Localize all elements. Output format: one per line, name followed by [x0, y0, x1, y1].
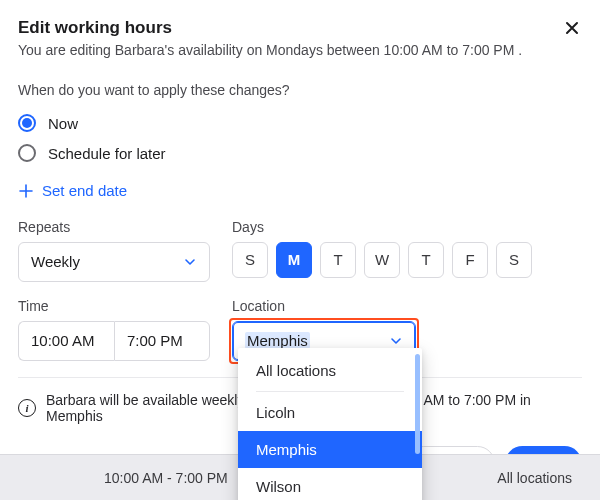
chevron-down-icon	[183, 255, 197, 269]
day-button-tue[interactable]: T	[320, 242, 356, 278]
day-button-thu[interactable]: T	[408, 242, 444, 278]
chevron-down-icon	[389, 334, 403, 348]
footer-location: All locations	[497, 470, 572, 486]
location-label: Location	[232, 298, 582, 314]
page-subtitle: You are editing Barbara's availability o…	[18, 42, 522, 58]
location-option-lincoln[interactable]: Licoln	[238, 394, 422, 431]
close-button[interactable]	[562, 18, 582, 38]
radio-icon	[18, 114, 36, 132]
radio-icon	[18, 144, 36, 162]
radio-option-now[interactable]: Now	[18, 108, 582, 138]
repeats-select[interactable]: Weekly	[18, 242, 210, 282]
repeats-value: Weekly	[31, 253, 80, 270]
footer-time-range: 10:00 AM - 7:00 PM	[104, 470, 228, 486]
time-start-input[interactable]: 10:00 AM	[18, 321, 114, 361]
days-label: Days	[232, 219, 582, 235]
divider	[256, 391, 404, 392]
location-option-all[interactable]: All locations	[238, 352, 422, 389]
set-end-date-label: Set end date	[42, 182, 127, 199]
plus-icon	[18, 183, 34, 199]
day-button-wed[interactable]: W	[364, 242, 400, 278]
repeats-label: Repeats	[18, 219, 210, 235]
location-dropdown[interactable]: All locations Licoln Memphis Wilson	[238, 348, 422, 500]
day-button-fri[interactable]: F	[452, 242, 488, 278]
scrollbar[interactable]	[415, 354, 420, 454]
day-button-mon[interactable]: M	[276, 242, 312, 278]
time-end-input[interactable]: 7:00 PM	[114, 321, 210, 361]
set-end-date-link[interactable]: Set end date	[18, 182, 127, 199]
location-value: Memphis	[245, 332, 310, 349]
apply-question: When do you want to apply these changes?	[18, 82, 582, 98]
radio-label: Schedule for later	[48, 145, 166, 162]
info-icon: i	[18, 399, 36, 417]
location-option-memphis[interactable]: Memphis	[238, 431, 422, 468]
time-label: Time	[18, 298, 210, 314]
location-option-wilson[interactable]: Wilson	[238, 468, 422, 500]
day-button-sun[interactable]: S	[232, 242, 268, 278]
close-icon	[564, 20, 580, 36]
radio-option-schedule-later[interactable]: Schedule for later	[18, 138, 582, 168]
radio-label: Now	[48, 115, 78, 132]
day-button-sat[interactable]: S	[496, 242, 532, 278]
page-title: Edit working hours	[18, 18, 522, 38]
